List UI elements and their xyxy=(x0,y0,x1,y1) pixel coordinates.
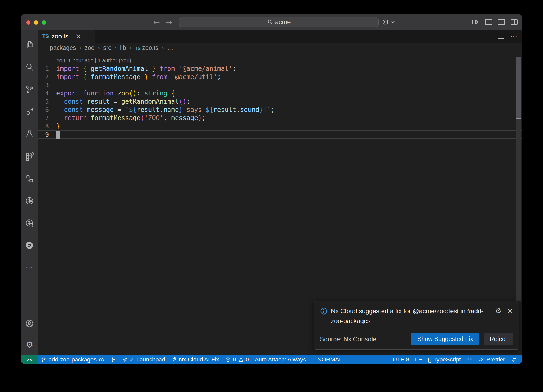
more-icon[interactable]: ⋯ xyxy=(21,256,38,279)
breadcrumb-item-zoo-ts[interactable]: TSzoo.ts xyxy=(135,44,159,51)
typescript-file-icon: TS xyxy=(135,46,141,51)
toggle-primary-sidebar-icon[interactable] xyxy=(485,19,492,25)
code-editor[interactable]: You, 1 hour ago | 1 author (You) 1import… xyxy=(38,53,522,139)
customize-layout-icon[interactable] xyxy=(472,19,479,25)
code-line-6[interactable]: 6 const message = `${result.name} says $… xyxy=(38,106,522,114)
extensions-icon[interactable] xyxy=(21,145,38,167)
eol-status-item[interactable]: LF xyxy=(412,355,425,364)
problems-status-item[interactable]: 0 ⚠ 0 xyxy=(222,355,252,364)
code-line-5[interactable]: 5 const result = getRandomAnimal(); xyxy=(38,98,522,106)
edge-tools-icon[interactable] xyxy=(21,234,38,256)
traffic-lights xyxy=(26,20,46,25)
code-text: import { getRandomAnimal } from '@acme/a… xyxy=(56,65,236,73)
code-text: export function zoo(): string { xyxy=(56,89,175,98)
testing-icon[interactable] xyxy=(21,123,38,145)
tab-zoo-ts[interactable]: TS zoo.ts × xyxy=(38,30,95,43)
close-window-button[interactable] xyxy=(26,20,30,25)
code-line-9[interactable]: 9 xyxy=(38,130,522,139)
breadcrumb-item-src[interactable]: src xyxy=(103,44,111,51)
remote-indicator[interactable]: >< xyxy=(21,355,38,364)
zoom-window-button[interactable] xyxy=(42,20,46,25)
breadcrumb-separator: › xyxy=(162,45,164,51)
notification-settings-gear-icon[interactable]: ⚙ xyxy=(495,307,501,315)
copilot-menu[interactable] xyxy=(381,14,395,30)
breadcrumb-item--[interactable]: … xyxy=(167,44,173,51)
code-text: import { formatMessage } from '@acme/uti… xyxy=(56,73,221,81)
search-icon[interactable] xyxy=(21,56,38,78)
copilot-status-item[interactable] xyxy=(464,355,475,364)
code-text: return formatMessage('ZOO', message); xyxy=(56,114,206,122)
git-branch-icon xyxy=(41,357,46,363)
code-line-1[interactable]: 1import { getRandomAnimal } from '@acme/… xyxy=(38,65,522,73)
code-line-7[interactable]: 7 return formatMessage('ZOO', message); xyxy=(38,114,522,122)
branch-status-item[interactable]: add-zoo-packages xyxy=(38,355,107,364)
reject-button[interactable]: Reject xyxy=(484,333,513,345)
forward-arrow-icon[interactable]: → xyxy=(165,18,172,27)
bell-icon xyxy=(511,357,517,363)
settings-gear-icon[interactable]: ⚙ xyxy=(21,334,38,355)
braces-icon: { } xyxy=(428,357,431,363)
line-number: 5 xyxy=(38,98,56,106)
warning-count: 0 xyxy=(246,356,249,363)
line-number: 7 xyxy=(38,114,56,122)
code-text: } xyxy=(56,122,60,130)
source-control-icon[interactable] xyxy=(21,78,38,101)
code-line-4[interactable]: 4export function zoo(): string { xyxy=(38,89,522,98)
encoding-status-item[interactable]: UTF-8 xyxy=(390,355,412,364)
launchpad-status-item[interactable]: Launchpad xyxy=(119,355,168,364)
breadcrumb-separator: › xyxy=(79,45,81,51)
rocket-icon xyxy=(122,357,128,363)
account-icon[interactable] xyxy=(21,313,38,334)
cloud-upload-icon xyxy=(99,357,104,363)
vscode-window: ← → acme xyxy=(21,14,522,364)
remote-icon: >< xyxy=(26,356,33,363)
line-number: 9 xyxy=(38,131,56,138)
gitlens-icon[interactable] xyxy=(21,190,38,212)
back-arrow-icon[interactable]: ← xyxy=(153,18,160,27)
text-cursor xyxy=(56,131,60,139)
notifications-bell[interactable] xyxy=(508,355,520,364)
code-line-3[interactable]: 3 xyxy=(38,81,522,89)
run-and-debug-icon[interactable] xyxy=(21,101,38,123)
line-number: 1 xyxy=(38,65,56,73)
prettier-status-item[interactable]: Prettier xyxy=(475,355,508,364)
close-tab-icon[interactable]: × xyxy=(75,32,81,40)
gitlens-inspect-icon[interactable] xyxy=(21,212,38,234)
split-editor-icon[interactable] xyxy=(498,34,504,39)
toggle-panel-icon[interactable] xyxy=(498,19,505,25)
pipeline-status-item[interactable] xyxy=(107,355,119,364)
command-center-search[interactable]: acme xyxy=(179,17,379,27)
code-line-2[interactable]: 2import { formatMessage } from '@acme/ut… xyxy=(38,73,522,81)
toggle-secondary-sidebar-icon[interactable] xyxy=(511,19,518,25)
project-structure-icon[interactable] xyxy=(21,167,38,190)
breadcrumb: packages›zoo›src›lib›TSzoo.ts›… xyxy=(38,43,522,53)
show-suggested-fix-button[interactable]: Show Suggested Fix xyxy=(411,333,479,345)
scrollbar-track-region[interactable] xyxy=(516,119,521,301)
double-check-icon xyxy=(478,357,484,363)
line-number: 4 xyxy=(38,89,56,98)
breadcrumb-item-packages[interactable]: packages xyxy=(50,44,76,51)
scrollbar-thumb[interactable] xyxy=(516,57,521,118)
error-count: 0 xyxy=(233,356,236,363)
indent-guide xyxy=(58,98,58,122)
minimize-window-button[interactable] xyxy=(34,20,38,25)
line-number: 8 xyxy=(38,122,56,130)
title-bar: ← → acme xyxy=(21,14,522,30)
language-status-item[interactable]: { } TypeScript xyxy=(425,355,464,364)
breadcrumb-item-zoo[interactable]: zoo xyxy=(85,44,94,51)
search-icon xyxy=(267,19,273,25)
code-text: const result = getRandomAnimal(); xyxy=(56,98,190,106)
line-number: 6 xyxy=(38,106,56,114)
code-lines: 1import { getRandomAnimal } from '@acme/… xyxy=(38,65,522,139)
vim-mode-status-item[interactable]: -- NORMAL -- xyxy=(309,355,351,364)
search-value: acme xyxy=(275,18,291,26)
explorer-icon[interactable] xyxy=(21,34,38,56)
nx-cloud-fix-status-item[interactable]: Nx Cloud AI Fix xyxy=(168,355,222,364)
auto-attach-status-item[interactable]: Auto Attach: Always xyxy=(252,355,309,364)
activity-bar: ⋯ ⚙ xyxy=(21,30,38,355)
notification-close-icon[interactable]: × xyxy=(507,307,513,315)
code-line-8[interactable]: 8} xyxy=(38,122,522,130)
breadcrumb-item-lib[interactable]: lib xyxy=(120,44,126,51)
code-text xyxy=(56,131,60,138)
status-bar: >< add-zoo-packages Launchpad Nx Cloud A… xyxy=(21,355,522,364)
